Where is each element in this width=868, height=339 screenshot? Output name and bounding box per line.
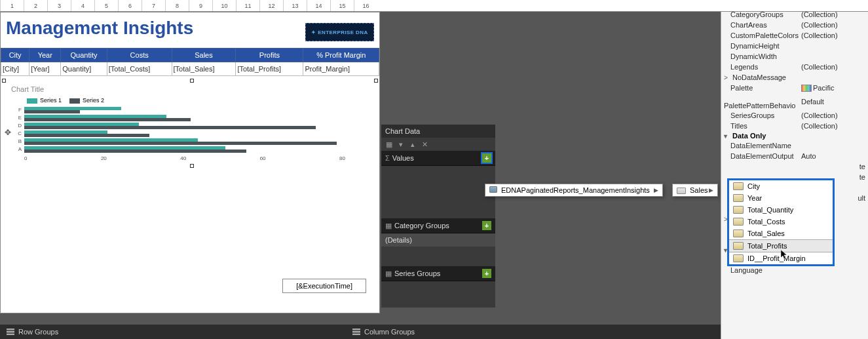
field-option[interactable]: ID__Profit_Margin (729, 252, 833, 264)
row-groups-label[interactable]: Row Groups (0, 325, 346, 339)
arrow-down-icon[interactable]: ▾ (397, 140, 405, 148)
field-option[interactable]: Total_Sales (729, 228, 833, 239)
enterprise-dna-logo: ✦ ENTERPRISE DNA (305, 23, 374, 41)
property-row[interactable]: > NoDataMessage (721, 72, 868, 83)
property-row[interactable]: PalettePacific (721, 83, 868, 93)
series-groups-header: ▦Series Groups + (381, 266, 495, 281)
field-option[interactable]: Year (729, 192, 833, 204)
add-category-button[interactable]: + (482, 221, 491, 230)
values-section-header: ΣValues + (381, 151, 495, 166)
sales-flyout[interactable]: Sales ▶ (672, 184, 718, 197)
column-groups-label[interactable]: Column Groups (346, 325, 421, 339)
arrow-up-icon[interactable]: ▴ (409, 140, 417, 148)
field-cell[interactable]: [Total_Profits] (236, 62, 303, 76)
groups-bar: Row Groups Column Groups (0, 325, 721, 339)
add-value-button[interactable]: + (482, 153, 491, 163)
execution-time-box[interactable]: [&ExecutionTime] (282, 279, 366, 293)
field-cell[interactable]: [Total_Sales] (172, 62, 236, 76)
field-cell[interactable]: [Year] (29, 62, 61, 76)
table-field-row: [City][Year]Quantity][Total_Costs][Total… (1, 62, 379, 76)
field-icon (733, 182, 744, 190)
property-row[interactable]: DataElementOutputAuto (721, 151, 868, 161)
series-icon (677, 188, 686, 194)
property-row[interactable]: DynamicHeight (721, 41, 868, 51)
properties-panel[interactable]: ▾ ChartCategoryGroups(Collection)ChartAr… (721, 0, 868, 339)
close-icon[interactable]: ✕ (421, 140, 428, 148)
chart-x-axis: 020406080 (24, 155, 371, 161)
chart-title: Chart Title (11, 85, 371, 93)
panel-icon[interactable]: ▦ (385, 140, 393, 148)
property-row[interactable]: PalettePatternBehavioDefault (721, 93, 868, 110)
property-row[interactable]: Legends(Collection) (721, 62, 868, 72)
field-option[interactable]: Total_Quantity (729, 204, 833, 216)
field-option[interactable]: City (729, 180, 833, 192)
chart-data-toolbar[interactable]: ▦ ▾ ▴ ✕ (381, 138, 495, 151)
property-category[interactable]: ▾ Data Only (721, 131, 868, 140)
move-handle-icon[interactable]: ✥ (5, 128, 11, 137)
submenu-arrow-icon: ▶ (709, 187, 713, 193)
field-cell[interactable]: Quantity] (61, 62, 107, 76)
add-series-button[interactable]: + (482, 269, 491, 278)
field-picker-popup[interactable]: CityYearTotal_QuantityTotal_CostsTotal_S… (727, 178, 835, 266)
property-row[interactable]: DynamicWidth (721, 51, 868, 62)
table-header-row: CityYearQuantityCostsSalesProfits% Profi… (1, 49, 379, 62)
dataset-flyout[interactable]: EDNAPaginatedReports_ManagementInsights … (485, 184, 663, 197)
field-icon (733, 254, 744, 262)
col-header[interactable]: Profits (236, 49, 303, 62)
field-option[interactable]: Total_Profits (729, 239, 833, 252)
category-groups-header: ▦Category Groups + (381, 218, 495, 233)
report-table[interactable]: CityYearQuantityCostsSalesProfits% Profi… (1, 48, 379, 76)
field-cell[interactable]: [Total_Costs] (107, 62, 172, 76)
property-row[interactable]: SeriesGroups(Collection) (721, 110, 868, 121)
col-header[interactable]: Sales (172, 49, 236, 62)
report-design-canvas[interactable]: Management Insights ✦ ENTERPRISE DNA Cit… (0, 12, 380, 313)
property-row[interactable]: te (721, 161, 868, 172)
field-cell[interactable]: [City] (1, 62, 29, 76)
details-group[interactable]: (Details) (381, 233, 495, 247)
field-icon (733, 242, 744, 250)
chart-bars: FEDCBA (11, 106, 371, 153)
chart-legend: Series 1Series 2 (27, 97, 371, 104)
col-header[interactable]: Quantity (61, 49, 107, 62)
property-row[interactable]: DataElementName (721, 140, 868, 151)
col-header[interactable]: Costs (107, 49, 172, 62)
values-drop-area[interactable] (381, 166, 495, 218)
row-groups-icon (7, 329, 14, 335)
submenu-arrow-icon: ▶ (654, 187, 658, 193)
field-icon (733, 194, 744, 202)
field-icon (733, 218, 744, 226)
property-row[interactable]: Titles(Collection) (721, 121, 868, 131)
field-icon (733, 229, 744, 237)
property-row[interactable]: CustomPaletteColors(Collection) (721, 30, 868, 41)
col-header[interactable]: % Profit Margin (303, 49, 379, 62)
property-row[interactable]: Language (721, 265, 868, 275)
chart-data-header: Chart Data (381, 125, 495, 138)
property-row[interactable]: ChartAreas(Collection) (721, 20, 868, 30)
col-header[interactable]: City (1, 49, 29, 62)
chart-data-panel[interactable]: Chart Data ▦ ▾ ▴ ✕ ΣValues + ▦Category G… (381, 125, 495, 308)
ruler: 12345678910111213141516 (0, 0, 868, 12)
dataset-icon (489, 186, 497, 193)
chart-placeholder[interactable]: Chart Title Series 1Series 2 FEDCBA 0204… (5, 81, 375, 165)
col-header[interactable]: Year (29, 49, 61, 62)
field-icon (733, 206, 744, 214)
field-option[interactable]: Total_Costs (729, 216, 833, 228)
field-cell[interactable]: Profit_Margin] (303, 62, 379, 76)
column-groups-icon (352, 329, 360, 335)
